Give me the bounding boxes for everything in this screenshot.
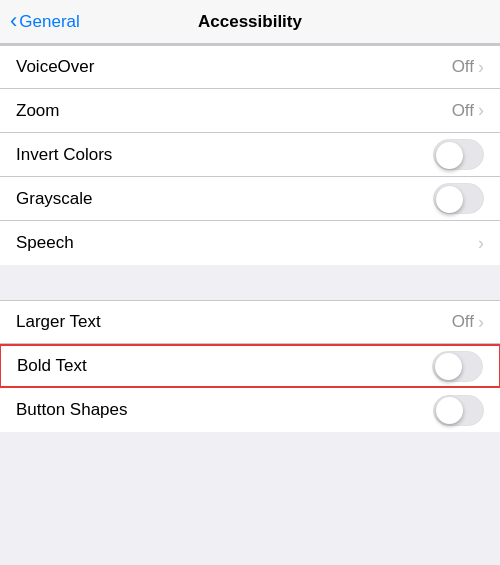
zoom-right: Off › (452, 100, 484, 121)
section-spacer (0, 265, 500, 300)
navigation-bar: ‹ General Accessibility (0, 0, 500, 44)
section-group-1: VoiceOver Off › Zoom Off › Invert Colors… (0, 44, 500, 265)
larger-text-row[interactable]: Larger Text Off › (0, 300, 500, 344)
bold-text-label: Bold Text (17, 356, 87, 376)
grayscale-row[interactable]: Grayscale (0, 177, 500, 221)
invert-colors-label: Invert Colors (16, 145, 112, 165)
back-label: General (19, 12, 79, 32)
bold-text-toggle[interactable] (432, 351, 483, 382)
back-chevron-icon: ‹ (10, 10, 17, 32)
zoom-chevron-icon: › (478, 100, 484, 121)
voiceover-label: VoiceOver (16, 57, 94, 77)
speech-label: Speech (16, 233, 74, 253)
bold-text-row[interactable]: Bold Text (0, 344, 500, 388)
speech-chevron-icon: › (478, 233, 484, 254)
larger-text-label: Larger Text (16, 312, 101, 332)
larger-text-chevron-icon: › (478, 312, 484, 333)
button-shapes-label: Button Shapes (16, 400, 128, 420)
voiceover-row[interactable]: VoiceOver Off › (0, 45, 500, 89)
larger-text-right: Off › (452, 312, 484, 333)
zoom-value: Off (452, 101, 474, 121)
invert-colors-toggle[interactable] (433, 139, 484, 170)
button-shapes-toggle[interactable] (433, 395, 484, 426)
grayscale-toggle[interactable] (433, 183, 484, 214)
zoom-label: Zoom (16, 101, 59, 121)
back-button[interactable]: ‹ General (10, 12, 80, 32)
speech-right: › (478, 233, 484, 254)
voiceover-value: Off (452, 57, 474, 77)
section-group-2: Larger Text Off › Bold Text Button Shape… (0, 300, 500, 432)
zoom-row[interactable]: Zoom Off › (0, 89, 500, 133)
grayscale-label: Grayscale (16, 189, 93, 209)
button-shapes-row[interactable]: Button Shapes (0, 388, 500, 432)
voiceover-chevron-icon: › (478, 57, 484, 78)
page-title: Accessibility (198, 12, 302, 32)
invert-colors-row[interactable]: Invert Colors (0, 133, 500, 177)
speech-row[interactable]: Speech › (0, 221, 500, 265)
voiceover-right: Off › (452, 57, 484, 78)
larger-text-value: Off (452, 312, 474, 332)
